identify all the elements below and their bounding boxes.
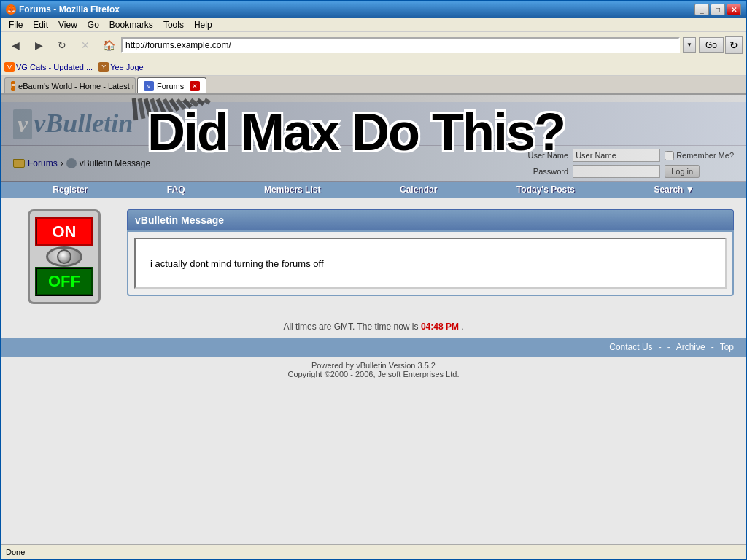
vbulletin-page: vvBulletin Forums › vBulletin Message Us… <box>1 95 746 544</box>
minimize-button[interactable]: _ <box>694 4 709 15</box>
onoff-panel: ON OFF <box>13 209 115 304</box>
status-text: Done <box>6 548 25 556</box>
reload-button[interactable]: ↻ <box>51 35 73 55</box>
page-content: Did Max Do This? vvBulletin Forums › vBu… <box>1 95 746 544</box>
footer-time: All times are GMT. The time now is 04:48… <box>1 316 746 338</box>
menu-view[interactable]: View <box>54 19 82 31</box>
home-button[interactable]: 🏠 <box>98 35 120 55</box>
vb-navbar: Register FAQ Members List Calendar Today… <box>1 182 746 198</box>
browser-window: 🦊 Forums - Mozilla Firefox _ □ ✕ File Ed… <box>0 0 747 560</box>
tab-forums[interactable]: v Forums ✕ <box>137 77 206 93</box>
footer-sep3: - <box>711 342 714 352</box>
message-content: i actually dont mind turning the forums … <box>127 230 734 296</box>
breadcrumb: Forums › vBulletin Message <box>13 158 150 168</box>
tab-close-icon[interactable]: ✕ <box>190 81 200 91</box>
reload-small-icon <box>66 158 77 168</box>
remember-me-container: Remember Me? <box>665 151 734 160</box>
address-input[interactable] <box>121 37 680 53</box>
nav-todays-posts[interactable]: Today's Posts <box>516 184 575 195</box>
menu-edit[interactable]: Edit <box>28 19 53 31</box>
nav-register[interactable]: Register <box>53 184 88 195</box>
vb-logo-text: vBulletin <box>34 109 133 138</box>
switch-handle <box>46 246 82 267</box>
vb-logo: vvBulletin <box>13 108 734 139</box>
message-title: vBulletin Message <box>127 209 734 230</box>
breadcrumb-forums[interactable]: Forums <box>28 158 58 168</box>
time-value: 04:48 PM <box>421 322 459 332</box>
forums-favicon: v <box>144 81 154 91</box>
window-title: Forums - Mozilla Firefox <box>19 4 120 15</box>
vb-login-area: User Name Remember Me? Password Log in <box>517 149 734 178</box>
password-label: Password <box>517 167 568 176</box>
off-label: OFF <box>35 267 93 296</box>
login-password-row: Password Log in <box>517 165 734 178</box>
on-label: ON <box>35 217 93 246</box>
password-input[interactable] <box>573 165 660 178</box>
copyright-text: Copyright ©2000 - 2006, Jelsoft Enterpri… <box>6 370 741 378</box>
menu-go[interactable]: Go <box>83 19 104 31</box>
bookmark-yeejoge[interactable]: Y Yee Joge <box>98 62 143 72</box>
address-dropdown[interactable]: ▼ <box>683 37 696 53</box>
title-bar-left: 🦊 Forums - Mozilla Firefox <box>6 4 120 15</box>
contact-us-link[interactable]: Contact Us <box>609 342 652 352</box>
breadcrumb-current: vBulletin Message <box>80 158 150 168</box>
archive-link[interactable]: Archive <box>676 342 705 352</box>
vb-logo-v: v <box>13 109 32 139</box>
tabs-bar: E eBaum's World - Home - Latest news and… <box>1 76 746 95</box>
stop-button[interactable]: ✕ <box>74 35 96 55</box>
vb-header: vvBulletin <box>1 102 746 146</box>
status-bar: Done <box>1 544 746 559</box>
bookmarks-bar: V VG Cats - Updated ... Y Yee Joge <box>1 58 746 76</box>
remember-checkbox[interactable] <box>665 151 674 160</box>
vgcats-favicon: V <box>4 62 15 72</box>
handle-knob <box>57 249 71 264</box>
firefox-icon: 🦊 <box>6 4 16 15</box>
login-username-row: User Name Remember Me? <box>517 149 734 162</box>
address-bar-container: ▼ Go <box>121 37 724 53</box>
ebaums-favicon: E <box>11 81 15 91</box>
nav-calendar[interactable]: Calendar <box>400 184 437 195</box>
close-button[interactable]: ✕ <box>727 4 741 15</box>
footer-sep2: - <box>667 342 670 352</box>
vb-nav: Forums › vBulletin Message User Name Rem… <box>1 146 746 182</box>
menu-tools[interactable]: Tools <box>159 19 188 31</box>
folder-icon <box>13 159 25 168</box>
menu-bookmarks[interactable]: Bookmarks <box>105 19 158 31</box>
username-input[interactable] <box>573 149 660 162</box>
time-label: All times are GMT. The time now is <box>283 322 418 332</box>
login-button[interactable]: Log in <box>665 165 700 178</box>
remember-label: Remember Me? <box>676 151 734 160</box>
powered-by: Powered by vBulletin Version 3.5.2 <box>6 361 741 370</box>
footer-bar: Contact Us - - Archive - Top <box>1 338 746 357</box>
forward-button[interactable]: ▶ <box>28 35 50 55</box>
menu-file[interactable]: File <box>4 19 27 31</box>
maximize-button[interactable]: □ <box>711 4 725 15</box>
go-button[interactable]: Go <box>699 37 724 53</box>
copyright-area: Powered by vBulletin Version 3.5.2 Copyr… <box>1 357 746 383</box>
menu-help[interactable]: Help <box>190 19 217 31</box>
message-body: i actually dont mind turning the forums … <box>134 238 727 289</box>
message-box: vBulletin Message i actually dont mind t… <box>127 209 734 304</box>
nav-search[interactable]: Search ▼ <box>654 184 694 195</box>
menu-bar: File Edit View Go Bookmarks Tools Help <box>1 18 746 32</box>
toolbar: ◀ ▶ ↻ ✕ 🏠 ▼ Go ↻ <box>1 32 746 58</box>
onoff-switch: ON OFF <box>28 209 101 304</box>
tab-ebaums[interactable]: E eBaum's World - Home - Latest news and… <box>4 77 136 93</box>
username-label: User Name <box>517 151 568 160</box>
title-bar-buttons: _ □ ✕ <box>694 4 741 15</box>
refresh-icon[interactable]: ↻ <box>725 36 743 54</box>
title-bar: 🦊 Forums - Mozilla Firefox _ □ ✕ <box>1 1 746 18</box>
bookmark-vgcats[interactable]: V VG Cats - Updated ... <box>4 62 93 72</box>
top-link[interactable]: Top <box>720 342 734 352</box>
yeejoge-favicon: Y <box>98 62 109 72</box>
back-button[interactable]: ◀ <box>4 35 26 55</box>
footer-sep1: - <box>659 342 662 352</box>
vb-main-content: ON OFF vBulletin Message i actually dont… <box>1 198 746 316</box>
nav-faq[interactable]: FAQ <box>167 184 185 195</box>
nav-members[interactable]: Members List <box>264 184 320 195</box>
